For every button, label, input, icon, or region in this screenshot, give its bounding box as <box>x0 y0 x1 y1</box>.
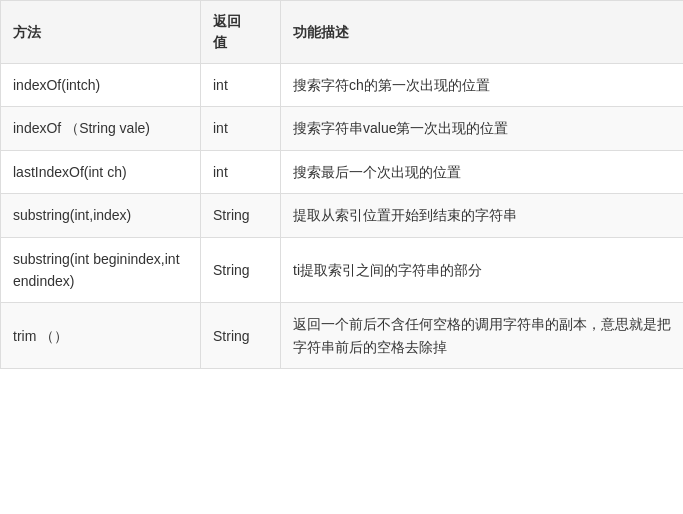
cell-desc: 搜索最后一个次出现的位置 <box>281 150 684 193</box>
methods-table: 方法 返回 值 功能描述 indexOf(intch)int搜索字符ch的第一次… <box>0 0 683 369</box>
cell-return: int <box>201 150 281 193</box>
cell-return: String <box>201 237 281 303</box>
cell-desc: 返回一个前后不含任何空格的调用字符串的副本，意思就是把字符串前后的空格去除掉 <box>281 303 684 369</box>
header-return: 返回 值 <box>201 1 281 64</box>
cell-return: int <box>201 64 281 107</box>
cell-desc: 提取从索引位置开始到结束的字符串 <box>281 194 684 237</box>
header-row: 方法 返回 值 功能描述 <box>1 1 684 64</box>
table-row: substring(int,index)String提取从索引位置开始到结束的字… <box>1 194 684 237</box>
cell-method: substring(int,index) <box>1 194 201 237</box>
cell-method: substring(int beginindex,int endindex) <box>1 237 201 303</box>
header-method: 方法 <box>1 1 201 64</box>
table-row: lastIndexOf(int ch)int搜索最后一个次出现的位置 <box>1 150 684 193</box>
cell-desc: 搜索字符ch的第一次出现的位置 <box>281 64 684 107</box>
cell-method: trim （） <box>1 303 201 369</box>
cell-return: int <box>201 107 281 150</box>
table-row: indexOf(intch)int搜索字符ch的第一次出现的位置 <box>1 64 684 107</box>
cell-return: String <box>201 303 281 369</box>
table-container: 方法 返回 值 功能描述 indexOf(intch)int搜索字符ch的第一次… <box>0 0 683 514</box>
table-row: substring(int beginindex,int endindex)St… <box>1 237 684 303</box>
table-row: indexOf （String vale)int搜索字符串value第一次出现的… <box>1 107 684 150</box>
cell-method: indexOf （String vale) <box>1 107 201 150</box>
cell-return: String <box>201 194 281 237</box>
table-row: trim （）String返回一个前后不含任何空格的调用字符串的副本，意思就是把… <box>1 303 684 369</box>
cell-desc: ti提取索引之间的字符串的部分 <box>281 237 684 303</box>
cell-method: indexOf(intch) <box>1 64 201 107</box>
cell-method: lastIndexOf(int ch) <box>1 150 201 193</box>
header-desc: 功能描述 <box>281 1 684 64</box>
cell-desc: 搜索字符串value第一次出现的位置 <box>281 107 684 150</box>
